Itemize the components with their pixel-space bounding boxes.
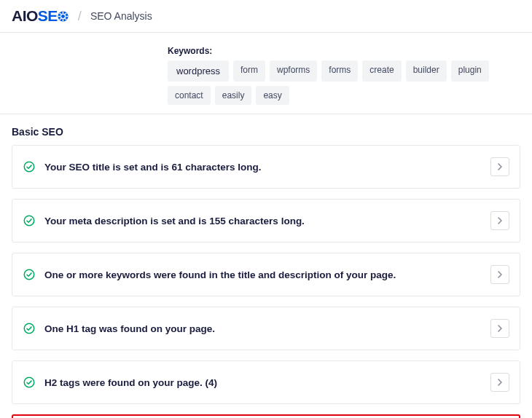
svg-point-13 (24, 323, 34, 334)
seo-item: Your meta description is set and is 155 … (12, 199, 520, 242)
keywords-label: Keywords: (168, 46, 520, 56)
svg-point-10 (24, 162, 34, 172)
keyword-tag[interactable]: easily (215, 86, 252, 105)
logo: AIO SE (12, 7, 69, 25)
status-ok-icon (23, 376, 36, 389)
seo-item: One H1 tag was found on your page. (12, 307, 520, 350)
seo-item: One or more keywords were found in the t… (12, 253, 520, 296)
keyword-tag[interactable]: wpforms (270, 60, 317, 82)
keyword-tag[interactable]: plugin (451, 60, 489, 82)
seo-item-text: Your SEO title is set and is 61 characte… (44, 162, 482, 173)
seo-item: H2 tags were found on your page. (4) (12, 360, 520, 404)
keyword-tag[interactable]: contact (168, 86, 211, 105)
keywords-tags: wordpressformwpformsformscreatebuilderpl… (168, 60, 520, 105)
check-circle-icon (23, 322, 36, 335)
svg-point-11 (24, 216, 34, 226)
seo-item-text: H2 tags were found on your page. (4) (44, 377, 482, 388)
keywords-section: Keywords: wordpressformwpformsformscreat… (0, 33, 532, 114)
seo-item-text: One or more keywords were found in the t… (44, 269, 482, 280)
seo-item: Your SEO title is set and is 61 characte… (12, 145, 520, 189)
expand-button[interactable] (490, 211, 509, 230)
gear-icon (57, 10, 69, 23)
chevron-right-icon (497, 325, 503, 332)
basic-seo-section: Basic SEO Your SEO title is set and is 6… (0, 114, 532, 418)
chevron-right-icon (497, 379, 503, 386)
seo-item-text: Your meta description is set and is 155 … (44, 216, 482, 226)
status-ok-icon (23, 214, 36, 227)
keyword-tag[interactable]: create (362, 60, 401, 82)
logo-aio: AIO (12, 7, 38, 25)
status-ok-icon (23, 268, 36, 281)
svg-point-14 (24, 377, 34, 387)
check-circle-icon (23, 268, 36, 281)
section-title: Basic SEO (12, 126, 520, 138)
expand-button[interactable] (490, 157, 509, 176)
page-title: SEO Analysis (90, 10, 152, 22)
breadcrumb-divider: / (78, 9, 82, 24)
status-ok-icon (23, 160, 36, 173)
keyword-tag[interactable]: easy (256, 86, 289, 105)
seo-items-list: Your SEO title is set and is 61 characte… (12, 145, 520, 418)
expand-button[interactable] (490, 373, 509, 392)
expand-button[interactable] (490, 265, 509, 284)
expand-button[interactable] (490, 319, 509, 338)
seo-item: Some images on your page have no alt att… (12, 414, 520, 418)
svg-point-12 (24, 269, 34, 280)
header: AIO SE / SEO Analysis (0, 0, 532, 33)
keyword-tag[interactable]: builder (406, 60, 447, 82)
keyword-tag[interactable]: form (233, 60, 265, 82)
chevron-right-icon (497, 271, 503, 278)
check-circle-icon (23, 214, 36, 227)
status-ok-icon (23, 322, 36, 335)
chevron-right-icon (497, 217, 503, 224)
check-circle-icon (23, 160, 36, 173)
check-circle-icon (23, 376, 36, 389)
keyword-tag-primary[interactable]: wordpress (168, 60, 229, 82)
keyword-tag[interactable]: forms (321, 60, 358, 82)
logo-seo: SE (38, 7, 69, 25)
seo-item-text: One H1 tag was found on your page. (44, 323, 482, 334)
chevron-right-icon (497, 163, 503, 170)
